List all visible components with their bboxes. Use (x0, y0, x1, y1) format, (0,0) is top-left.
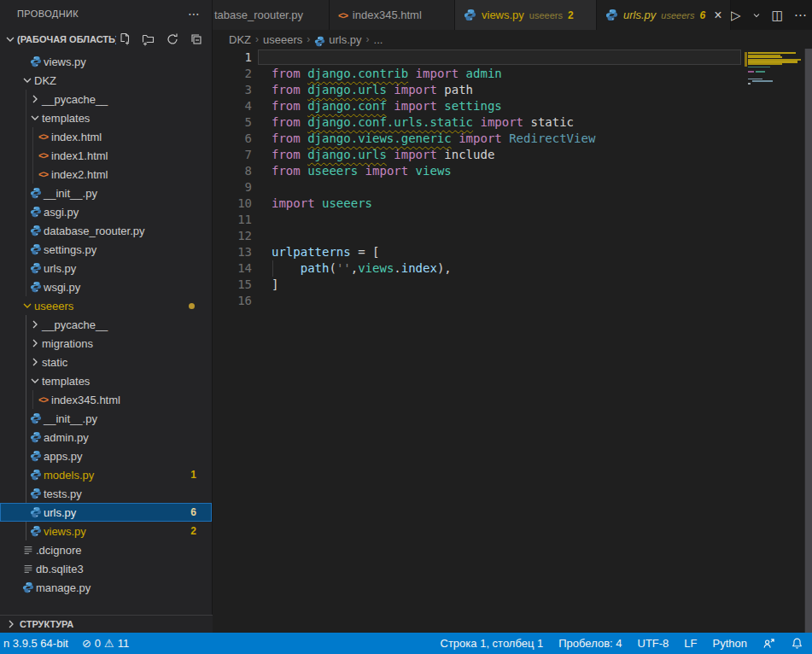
more-actions-icon[interactable]: ⋯ (794, 8, 808, 23)
code-line-2[interactable]: 2from django.contrib import admin (213, 66, 812, 82)
breadcrumb: DKZ › useeers › urls.py › ... (213, 30, 812, 49)
chevron-right-icon (27, 355, 42, 369)
tree-item-dkz[interactable]: DKZ (0, 71, 212, 90)
tree-item-templates[interactable]: templates (0, 371, 212, 390)
tree-item--init-py[interactable]: __init__.py (0, 184, 212, 202)
python-file-icon (27, 505, 44, 519)
explorer-title: ПРОВОДНИК (17, 9, 79, 19)
code-line-3[interactable]: 3from django.urls import path (213, 82, 812, 98)
code-line-5[interactable]: 5from django.conf.urls.static import sta… (213, 114, 812, 131)
tree-item-urls-py[interactable]: urls.py (0, 259, 212, 277)
workspace-section-header[interactable]: (РАБОЧАЯ ОБЛАСТЬ) ... (0, 28, 212, 50)
tab-index345-html[interactable]: <>index345.html (330, 0, 455, 30)
tree-item-static[interactable]: static (0, 353, 212, 371)
code-line-1[interactable]: 1 (213, 50, 812, 66)
python-interpreter-item[interactable]: n 3.9.5 64-bit (3, 637, 68, 650)
line-number: 5 (213, 114, 252, 131)
tree-item-index1-html[interactable]: <>index1.html (0, 146, 212, 165)
tree-item-views-py[interactable]: views.py (0, 52, 212, 71)
tree-item--pycache-[interactable]: __pycache__ (0, 90, 212, 108)
code-line-16[interactable]: 16 (213, 293, 812, 309)
tree-item-apps-py[interactable]: apps.py (0, 447, 212, 465)
run-python-file-icon[interactable]: ▷ (731, 8, 741, 23)
code-line-13[interactable]: 13urlpatterns = [ (213, 244, 812, 260)
tab-urls-py[interactable]: urls.pyuseeers6× (597, 0, 731, 30)
editor-actions: ▷ ◫ ⋯ (731, 0, 812, 30)
split-editor-icon[interactable]: ◫ (772, 8, 784, 23)
feedback-icon[interactable] (762, 637, 775, 650)
breadcrumb-item-dkz[interactable]: DKZ (229, 33, 251, 46)
tree-item-label: asgi.py (44, 206, 79, 219)
code-line-14[interactable]: 14 path('',views.index), (213, 260, 812, 277)
tree-item-urls-py[interactable]: urls.py6 (0, 503, 212, 522)
scrollbar-slider[interactable] (805, 49, 812, 633)
encoding-item[interactable]: UTF-8 (638, 637, 669, 650)
new-folder-icon[interactable] (140, 31, 157, 48)
tree-item-tests-py[interactable]: tests.py (0, 484, 212, 503)
cursor-position-item[interactable]: Строка 1, столбец 1 (441, 637, 544, 650)
tree-item-views-py[interactable]: views.py2 (0, 522, 212, 540)
tree-item-index2-html[interactable]: <>index2.html (0, 165, 212, 184)
tree-item-database-roouter-py[interactable]: database_roouter.py (0, 221, 212, 240)
tree-item-label: __pycache__ (42, 93, 108, 106)
problems-item[interactable]: ⊘ 0 ⚠ 11 (82, 637, 129, 650)
tab-label: index345.html (353, 9, 422, 21)
tree-item--dcignore[interactable]: .dcignore (0, 540, 212, 559)
scrollbar[interactable] (804, 49, 812, 633)
chevron-down-icon (20, 299, 34, 312)
tree-item-wsgi-py[interactable]: wsgi.py (0, 277, 212, 296)
tree-item-label: migrations (42, 337, 93, 350)
tree-item-label: .dcignore (36, 544, 81, 557)
code-line-15[interactable]: 15] (213, 277, 812, 293)
line-number: 15 (213, 277, 252, 293)
notifications-bell-icon[interactable] (791, 637, 803, 650)
collapse-all-icon[interactable] (188, 31, 205, 48)
code-line-4[interactable]: 4from django.conf import settings (213, 98, 812, 114)
tree-item-useeers[interactable]: useeers (0, 296, 212, 315)
tree-item-index-html[interactable]: <>index.html (0, 127, 212, 146)
code-line-8[interactable]: 8from useeers import views (213, 163, 812, 179)
code-editor[interactable]: 12from django.contrib import admin3from … (213, 49, 812, 633)
language-mode-item[interactable]: Python (713, 637, 747, 650)
chevron-right-icon (3, 617, 18, 631)
code-line-7[interactable]: 7from django.urls import include (213, 147, 812, 163)
tree-item-models-py[interactable]: models.py1 (0, 465, 212, 484)
tree-item--pycache-[interactable]: __pycache__ (0, 315, 212, 334)
breadcrumb-item-useeers[interactable]: useeers (263, 33, 302, 46)
run-dropdown-icon[interactable] (751, 10, 762, 20)
line-number: 11 (213, 212, 252, 228)
tree-item-settings-py[interactable]: settings.py (0, 240, 212, 259)
tree-item-templates[interactable]: templates (0, 108, 212, 127)
tree-item-db-sqlite3[interactable]: db.sqlite3 (0, 559, 212, 578)
refresh-icon[interactable] (164, 31, 181, 48)
tab-views-py[interactable]: views.pyuseeers2 (455, 0, 597, 30)
code-text: path('',views.index), (272, 260, 452, 277)
minimap[interactable] (745, 49, 804, 160)
breadcrumb-item-symbol[interactable]: ... (374, 33, 383, 46)
outline-section-header[interactable]: СТРУКТУРА (0, 615, 213, 633)
indentation-item[interactable]: Пробелов: 4 (558, 637, 622, 650)
code-line-10[interactable]: 10import useeers (213, 196, 812, 212)
html-file-icon: <> (35, 149, 51, 162)
code-line-12[interactable]: 12 (213, 228, 812, 244)
python-file-icon (605, 9, 618, 21)
close-tab-icon[interactable]: × (714, 8, 721, 23)
code-line-11[interactable]: 11 (213, 212, 812, 228)
eol-item[interactable]: LF (684, 637, 697, 650)
explorer-more-icon[interactable]: ⋯ (188, 7, 200, 20)
tree-item-label: templates (42, 112, 90, 125)
python-file-icon (27, 487, 44, 500)
code-line-9[interactable]: 9 (213, 179, 812, 196)
code-line-6[interactable]: 6from django.views.generic import Redire… (213, 131, 812, 147)
explorer-toolbar (116, 31, 205, 48)
breadcrumb-separator: › (255, 33, 259, 45)
tree-item-index345-html[interactable]: <>index345.html (0, 390, 212, 409)
tree-item-migrations[interactable]: migrations (0, 334, 212, 353)
tree-item-asgi-py[interactable]: asgi.py (0, 202, 212, 221)
new-file-icon[interactable] (116, 31, 133, 48)
tree-item--init-py[interactable]: __init__.py (0, 409, 212, 428)
breadcrumb-item-urls-py[interactable]: urls.py (329, 33, 361, 46)
tab-tabase-roouter-py[interactable]: tabase_roouter.py (213, 0, 330, 30)
tree-item-manage-py[interactable]: manage.py (0, 578, 212, 597)
tree-item-admin-py[interactable]: admin.py (0, 428, 212, 447)
